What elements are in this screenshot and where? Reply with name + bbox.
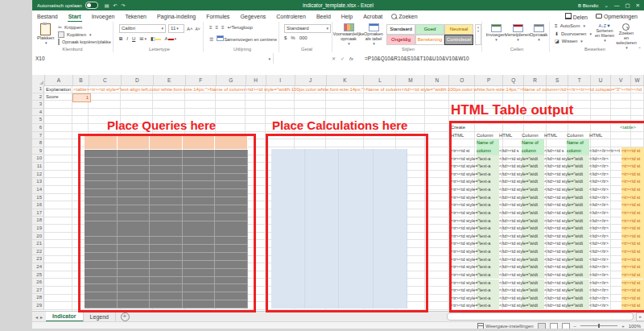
enter-icon[interactable] [341,56,345,61]
column-header-J[interactable]: J [295,75,327,85]
minimize-button[interactable]: — [614,2,620,8]
cell-a1[interactable]: Explanation [46,86,71,94]
share-button[interactable]: Delen [565,13,588,20]
copy-button[interactable]: Kopiëren [58,31,92,38]
row-header-9[interactable]: 9 [32,147,44,155]
column-header-E[interactable]: E [154,75,186,85]
menu-tab-help[interactable]: Help [341,12,353,21]
number-format-select[interactable]: Standaard [284,24,331,33]
row-header-16[interactable]: 16 [32,201,44,209]
cell-style-controlecel[interactable]: Controlecel [444,35,473,45]
row-header-6[interactable]: 6 [32,124,44,132]
cancel-icon[interactable] [332,56,336,61]
column-header-I[interactable]: I [266,75,295,85]
row-header-1[interactable]: 1 [32,85,44,93]
delete-cells-button[interactable]: Verwijderen [507,24,528,42]
page-layout-view-icon[interactable] [550,323,558,329]
row-header-7[interactable]: 7 [32,132,44,140]
row-header-23[interactable]: 23 [32,255,44,263]
cell-style-ongeldig[interactable]: Ongeldig [386,35,415,45]
menu-tab-gegevens[interactable]: Gegevens [239,12,266,21]
column-header-G[interactable]: G [217,75,246,85]
column-header-A[interactable]: A [45,75,73,85]
cell-style-berekening[interactable]: Berekening [415,35,444,45]
close-button[interactable]: ✕ [636,2,640,9]
zoom-in-icon[interactable]: + [621,324,625,329]
column-header-N[interactable]: N [425,75,449,85]
row-header-2[interactable]: 2 [32,93,44,101]
zoom-slider[interactable] [580,325,617,326]
display-settings-button[interactable]: Weergave-instellingen [477,323,533,329]
row-header-20[interactable]: 20 [32,233,44,241]
row-header-18[interactable]: 18 [32,217,44,225]
borders-icon[interactable]: ⊞ [139,35,147,41]
row-header-3[interactable]: 3 [32,101,44,109]
column-header-C[interactable]: C [89,75,122,85]
column-header-U[interactable]: U [591,75,611,85]
column-header-Q[interactable]: Q [503,75,524,85]
italic-button[interactable]: I [126,36,128,41]
conditional-formatting-button[interactable]: Voorwaardelijke opmaak [336,23,361,46]
column-header-B[interactable]: B [73,75,89,85]
save-icon[interactable]: ▤ [105,2,109,8]
user-name[interactable]: B Biondic [578,3,598,8]
fill-button[interactable]: ⬇Doorvoeren [555,31,592,36]
insert-cells-button[interactable]: Invoegen [486,24,506,42]
page-break-view-icon[interactable] [562,323,570,329]
column-header-M[interactable]: M [396,75,425,85]
row-header-4[interactable]: 4 [32,109,44,117]
undo-icon[interactable]: ↶ [113,2,117,8]
insert-function-icon[interactable]: fx [349,56,353,61]
font-color-icon[interactable]: A [165,36,177,41]
cell-a2[interactable]: Score [46,93,59,101]
column-header-T[interactable]: T [568,75,591,85]
cell-b2[interactable]: 1 [72,93,91,102]
grow-font-icon[interactable]: A˄ [187,27,193,31]
column-header-W[interactable]: W [631,75,644,85]
zoom-out-icon[interactable]: − [574,324,577,329]
align-left-icon[interactable]: ☰ [209,36,213,42]
fill-color-icon[interactable]: ◧ [151,35,161,41]
column-header-L[interactable]: L [364,75,396,85]
menu-tab-formules[interactable]: Formules [205,12,230,21]
cell-style-neutraal[interactable]: Neutraal [444,24,473,35]
horizontal-scrollbar[interactable] [447,312,634,321]
menu-tab-beeld[interactable]: Beeld [316,12,332,21]
align-middle-icon[interactable]: ≡ [216,25,219,30]
autosave-toggle[interactable] [85,2,98,9]
column-header-R[interactable]: R [524,75,547,85]
row-header-29[interactable]: 29 [32,302,44,310]
cell-style-goed[interactable]: Goed [415,24,444,35]
menu-tab-pagina-indeling[interactable]: Pagina-indeling [156,12,196,21]
column-header-K[interactable]: K [327,75,365,85]
column-header-O[interactable]: O [449,75,475,85]
row-header-12[interactable]: 12 [32,171,44,179]
wrap-text-button[interactable]: ↩Terugloop [228,24,253,30]
clear-button[interactable]: ◪Wissen [555,38,583,43]
menu-tab-bestand[interactable]: Bestand [36,12,59,21]
add-sheet-button[interactable] [121,312,130,321]
next-sheet-icon[interactable]: ▸ [40,314,43,320]
percent-format-icon[interactable]: % [291,35,295,40]
cut-button[interactable]: ✂Knippen [58,24,82,30]
merge-center-button[interactable]: Samenvoegen en centreren [217,35,277,42]
column-header-V[interactable]: V [611,75,631,85]
column-header-S[interactable]: S [547,75,568,85]
comments-button[interactable]: Opmerkingen [596,14,638,19]
maximize-button[interactable]: ▢ [625,2,630,9]
row-header-21[interactable]: 21 [32,240,44,248]
search-box[interactable]: Zoeken [391,14,417,19]
row-header-5[interactable]: 5 [32,116,44,124]
bold-button[interactable]: B [119,36,122,41]
prev-sheet-icon[interactable]: ◂ [35,314,38,320]
column-header-D[interactable]: D [122,75,154,85]
paste-button[interactable]: Plakken [37,23,54,45]
column-header-F[interactable]: F [186,75,217,85]
row-header-19[interactable]: 19 [32,225,44,233]
zoom-level[interactable]: 100% [629,324,641,329]
format-cells-button[interactable]: Opmaak [530,24,547,42]
row-header-17[interactable]: 17 [32,209,44,217]
normal-view-icon[interactable] [538,323,546,329]
collapse-ribbon-icon[interactable]: ⌃ [638,46,642,52]
styles-gallery-scroll[interactable]: ▴▾ [475,24,481,45]
